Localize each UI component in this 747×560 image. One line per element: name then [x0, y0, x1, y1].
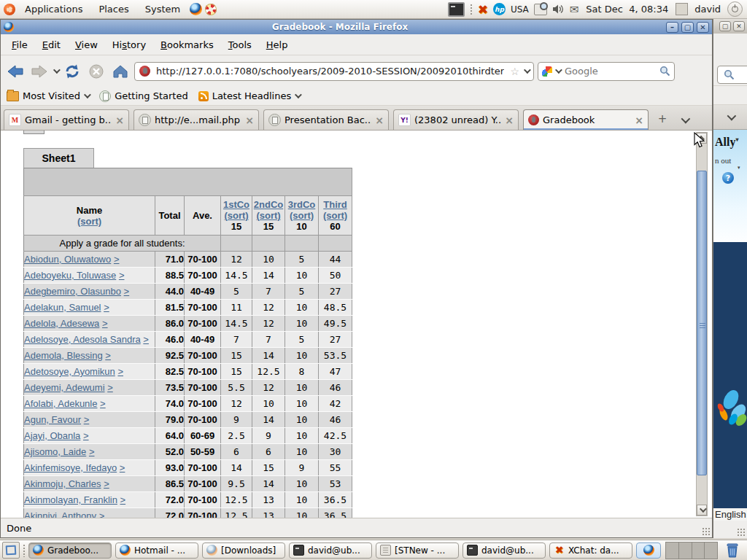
help-icon[interactable]: ?	[722, 172, 734, 184]
close-button[interactable]: ✕	[697, 22, 709, 33]
trash-icon[interactable]	[725, 542, 740, 559]
tab-close-icon[interactable]	[635, 114, 643, 126]
back-button[interactable]	[5, 61, 26, 82]
student-arrow-link[interactable]: >	[119, 270, 125, 281]
col-third-link[interactable]: Third	[323, 199, 347, 210]
student-arrow-link[interactable]: >	[107, 382, 113, 393]
window-titlebar[interactable]: Gradebook - Mozilla Firefox – ▢ ✕	[1, 20, 712, 34]
screenshot-tray-icon[interactable]	[534, 4, 547, 15]
search-icon[interactable]	[724, 69, 735, 80]
col-1stco-link[interactable]: 1stCo	[223, 199, 249, 210]
bw-close-button[interactable]: ✕	[733, 21, 745, 31]
tab-close-icon[interactable]	[505, 114, 514, 126]
sort-third-link[interactable]: (sort)	[323, 210, 347, 221]
xchat-tray-icon[interactable]: ✖	[478, 4, 488, 15]
url-input[interactable]	[155, 65, 506, 77]
show-desktop-button[interactable]	[2, 542, 20, 559]
student-arrow-link[interactable]: >	[99, 510, 105, 518]
menubar-item-help[interactable]: Help	[260, 36, 295, 53]
task-button-gradeboo[interactable]: Gradeboo...	[28, 542, 112, 559]
vertical-scrollbar[interactable]	[696, 132, 708, 516]
history-dropdown-chevron[interactable]	[53, 66, 61, 74]
scroll-down-button[interactable]	[697, 505, 707, 516]
task-button-david@ub[interactable]: david@ub...	[462, 542, 546, 559]
student-link[interactable]: Adetosoye, Ayomikun	[24, 366, 115, 377]
terminal-tray-icon[interactable]	[448, 2, 465, 17]
tab-overflow-chevron[interactable]	[727, 112, 736, 121]
sort-1stco-link[interactable]: (sort)	[224, 210, 248, 221]
user-status-icon[interactable]	[676, 3, 688, 15]
student-link[interactable]: Agun, Favour	[24, 414, 81, 425]
menubar-item-edit[interactable]: Edit	[36, 36, 67, 53]
student-arrow-link[interactable]: >	[105, 350, 111, 361]
power-button[interactable]	[727, 1, 743, 17]
sort-2ndco-link[interactable]: (sort)	[256, 210, 280, 221]
student-arrow-link[interactable]: >	[89, 446, 95, 457]
menubar-item-view[interactable]: View	[69, 36, 104, 53]
background-window[interactable]: ▢ ✕ Ally▾ n out ? ▾	[713, 19, 747, 538]
url-bar[interactable]: ☆	[134, 62, 534, 81]
tab-http-e-mail-php[interactable]: http://e...mail.php	[133, 109, 259, 130]
tab-close-icon[interactable]	[245, 114, 254, 126]
tab-list-chevron[interactable]	[676, 111, 692, 128]
student-arrow-link[interactable]: >	[120, 462, 125, 473]
task-button-firefox[interactable]	[636, 542, 661, 559]
bookmark-getting-started[interactable]: Getting Started	[99, 90, 188, 102]
hp-tray-icon[interactable]: hp	[493, 3, 506, 15]
student-link[interactable]: Adeyemi, Adewumi	[24, 382, 105, 393]
student-link[interactable]: Adelakun, Samuel	[24, 302, 101, 313]
student-arrow-link[interactable]: >	[84, 414, 90, 425]
bw-signout-text[interactable]: n out	[715, 156, 747, 165]
volume-icon[interactable]	[552, 4, 565, 15]
task-button-stnew[interactable]: [STNew - ...	[376, 542, 459, 559]
bookmark-latest-headlines[interactable]: Latest Headlines	[198, 90, 301, 101]
student-link[interactable]: Akinfemisoye, Ifedayo	[24, 462, 117, 473]
url-dropdown-chevron[interactable]	[524, 66, 531, 74]
student-link[interactable]: Akinniyi, Anthony	[24, 510, 96, 518]
workspace-pane[interactable]	[692, 542, 705, 559]
panel-username[interactable]: david	[693, 4, 722, 15]
keyboard-layout-indicator[interactable]: USA	[511, 4, 529, 15]
student-link[interactable]: Akinmoju, Charles	[24, 478, 101, 489]
student-link[interactable]: Ajayi, Obanla	[24, 430, 80, 441]
bookmark-star-icon[interactable]: ☆	[510, 66, 519, 77]
student-link[interactable]: Ademola, Blessing	[24, 350, 103, 361]
search-bar[interactable]	[538, 62, 675, 81]
student-arrow-link[interactable]: >	[124, 286, 130, 297]
bw-search-fragment[interactable]	[717, 66, 747, 84]
reload-button[interactable]	[62, 61, 82, 82]
mail-tray-icon[interactable]	[570, 3, 579, 16]
scrollbar-thumb[interactable]	[697, 171, 707, 475]
workspace-pane[interactable]	[666, 542, 679, 559]
student-link[interactable]: Adelosoye, Adesola Sandra	[24, 334, 141, 345]
new-tab-button[interactable]	[653, 109, 672, 128]
sort-name-link[interactable]: (sort)	[77, 216, 101, 227]
home-button[interactable]	[110, 61, 131, 82]
panel-clock[interactable]: Sat Dec 4, 08:34	[584, 4, 670, 15]
help-launcher-icon[interactable]	[205, 4, 217, 15]
col-3rdco-link[interactable]: 3rdCo	[288, 199, 316, 210]
task-button-xchat-da[interactable]: XChat: da...	[549, 542, 632, 559]
engine-dropdown-chevron[interactable]	[555, 66, 562, 74]
tray-grip[interactable]	[470, 4, 473, 15]
tab-23802-unread-y[interactable]: Y!(23802 unread) Y...	[393, 109, 519, 130]
menubar-item-file[interactable]: File	[5, 36, 34, 53]
student-arrow-link[interactable]: >	[102, 318, 108, 329]
search-input[interactable]	[563, 65, 657, 77]
menu-applications[interactable]: Applications	[18, 2, 89, 16]
menubar-item-history[interactable]: History	[106, 36, 152, 53]
student-arrow-link[interactable]: >	[143, 334, 149, 345]
menu-system[interactable]: System	[139, 2, 187, 16]
student-arrow-link[interactable]: >	[104, 302, 109, 313]
student-arrow-link[interactable]: >	[120, 494, 126, 505]
student-link[interactable]: Adeboyeku, Toluwase	[24, 270, 116, 281]
task-button-hotmail[interactable]: Hotmail - ...	[115, 542, 198, 559]
task-button-downloads[interactable]: [Downloads]	[202, 542, 285, 559]
firefox-launcher-icon[interactable]	[190, 3, 202, 15]
forward-button[interactable]	[29, 61, 50, 82]
minimize-button[interactable]: –	[666, 22, 678, 33]
language-selector[interactable]: English	[713, 508, 747, 521]
student-link[interactable]: Afolabi, Adekunle	[24, 398, 97, 409]
student-link[interactable]: Adegbemiro, Olasunbo	[24, 286, 121, 297]
student-link[interactable]: Akinmolayan, Franklin	[24, 494, 117, 505]
